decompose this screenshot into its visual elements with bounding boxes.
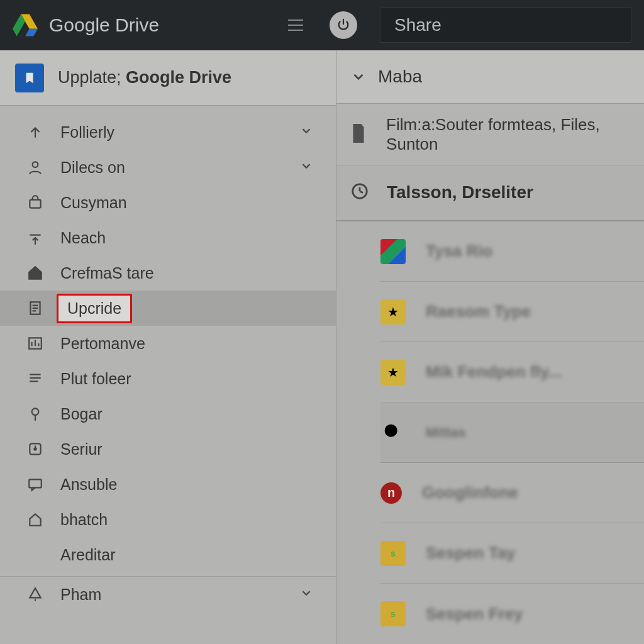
file-name: Raesom Type	[426, 302, 531, 321]
chat-icon	[25, 474, 45, 494]
path-row[interactable]: Film:a:Souter formteas, Files, Sunton	[336, 104, 644, 165]
pin-icon	[25, 404, 45, 424]
file-name: Sespen Frey	[426, 604, 523, 624]
file-row[interactable]: Mittas	[380, 402, 644, 463]
file-name: Tysa Rio	[426, 242, 492, 261]
person-icon	[25, 157, 45, 177]
arrow-up-icon	[25, 122, 45, 142]
sidebar-item-11[interactable]: bhatch	[0, 502, 336, 537]
sidebar-item-5[interactable]: Upcride	[0, 291, 336, 326]
main-panel: Maba Film:a:Souter formteas, Files, Sunt…	[336, 50, 644, 644]
sidebar-item-1[interactable]: Dilecs on	[0, 150, 336, 185]
sidebar-item-label: CrefmaS tare	[60, 264, 154, 282]
sidebar-item-label: Areditar	[60, 546, 116, 564]
sidebar-nav: FollierlyDilecs onCusymanNeachCrefmaS ta…	[0, 106, 336, 572]
sidebar-item-0[interactable]: Follierly	[0, 114, 336, 150]
sidebar-item-8[interactable]: Bogar	[0, 396, 336, 431]
path-text: Film:a:Souter formteas, Files, Sunton	[386, 115, 630, 154]
activity-header[interactable]: Talsson, Drseliter	[336, 165, 644, 221]
sidebar-item-3[interactable]: Neach	[0, 220, 336, 255]
clock-icon	[25, 439, 45, 459]
brand[interactable]: Google Drive	[13, 14, 159, 36]
sidebar-item-2[interactable]: Cusyman	[0, 185, 336, 220]
svg-line-33	[396, 436, 402, 442]
menu-icon[interactable]	[284, 14, 307, 36]
breadcrumb-label: Maba	[378, 67, 422, 87]
sidebar-item-label: Bogar	[60, 405, 103, 423]
sidebar-item-12[interactable]: Areditar	[0, 537, 336, 572]
svg-point-7	[33, 162, 38, 167]
chevron-down-icon	[350, 69, 367, 85]
sidebar: Upplate; Google Drive FollierlyDilecs on…	[0, 50, 336, 644]
file-icon	[350, 124, 367, 145]
bell-icon	[25, 584, 45, 604]
file-name: Mik Fendpen fly...	[426, 362, 562, 382]
chevron-down-icon	[299, 158, 317, 176]
sidebar-item-label: Dilecs on	[60, 158, 125, 177]
sidebar-item-9[interactable]: Seriur	[0, 431, 336, 467]
svg-line-31	[360, 191, 363, 193]
share-input[interactable]: Share	[380, 8, 631, 43]
file-row[interactable]: ★Raesom Type	[380, 282, 644, 342]
package-icon	[25, 192, 45, 213]
sidebar-item-7[interactable]: Plut foleer	[0, 361, 336, 396]
file-row[interactable]: ★Mik Fendpen fly...	[380, 342, 644, 402]
file-row[interactable]: nGooglinfone	[380, 463, 644, 523]
sidebar-item-label: Plut foleer	[60, 370, 131, 388]
home-icon	[25, 263, 45, 283]
sidebar-item-10[interactable]: Ansuble	[0, 467, 336, 502]
sidebar-item-label: Pertomanve	[60, 335, 145, 353]
sidebar-item-6[interactable]: Pertomanve	[0, 326, 336, 361]
breadcrumb[interactable]: Maba	[336, 50, 644, 104]
file-name: Googlinfone	[422, 483, 518, 502]
svg-point-32	[385, 424, 397, 436]
sidebar-title: Upplate; Google Drive	[58, 68, 231, 87]
topbar: Google Drive Share	[0, 0, 644, 50]
sidebar-item-label: bhatch	[60, 511, 108, 529]
svg-rect-8	[30, 200, 40, 208]
blank-icon	[25, 545, 45, 565]
lines-icon	[25, 369, 45, 389]
file-row[interactable]: sSespen Tay	[380, 523, 644, 584]
chevron-down-icon	[299, 586, 317, 603]
clock-icon	[350, 182, 369, 203]
power-icon[interactable]	[330, 11, 357, 39]
file-row[interactable]: sSespen Frey	[380, 584, 644, 644]
chevron-down-icon	[299, 123, 317, 141]
file-row[interactable]: Tysa Rio	[380, 221, 644, 282]
sidebar-item-4[interactable]: CrefmaS tare	[0, 255, 336, 291]
chart-icon	[25, 333, 45, 353]
sidebar-item-label: Ansuble	[60, 475, 117, 494]
doc-icon	[25, 298, 45, 318]
svg-point-22	[32, 408, 39, 415]
sidebar-header[interactable]: Upplate; Google Drive	[0, 50, 336, 106]
sidebar-item-bottom[interactable]: Pham	[0, 577, 336, 612]
svg-rect-27	[29, 479, 42, 487]
sidebar-item-label: Follierly	[60, 123, 114, 142]
activity-title: Talsson, Drseliter	[387, 182, 533, 203]
file-name: Sespen Tay	[426, 543, 516, 563]
sidebar-item-label: Pham	[60, 586, 101, 604]
file-list: Tysa Rio★Raesom Type★Mik Fendpen fly...M…	[336, 221, 644, 644]
sidebar-item-label: Upcride	[57, 294, 132, 323]
file-name: Mittas	[426, 425, 466, 441]
drive-logo-icon	[13, 14, 38, 36]
upload-icon	[25, 228, 45, 248]
sidebar-item-label: Neach	[60, 229, 106, 247]
home-outline-icon	[25, 509, 45, 530]
svg-marker-1	[25, 28, 38, 36]
brand-text: Google Drive	[49, 14, 159, 36]
sidebar-item-label: Seriur	[60, 440, 103, 458]
bookmark-icon	[15, 64, 44, 92]
sidebar-item-label: Cusyman	[60, 194, 127, 212]
